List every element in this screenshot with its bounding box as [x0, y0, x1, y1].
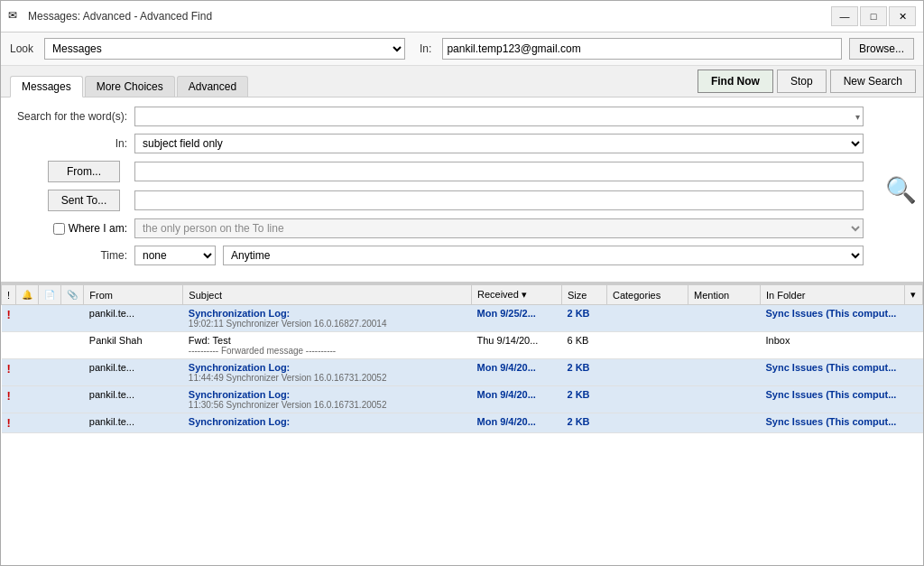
col-header-attach[interactable]: 📄	[39, 285, 61, 305]
cell-categories	[607, 386, 688, 413]
new-search-button[interactable]: New Search	[830, 70, 916, 93]
window-controls: — □ ✕	[831, 6, 916, 26]
where-select[interactable]: the only person on the To line	[134, 218, 864, 238]
cell-flag: !	[2, 359, 16, 386]
in-search-label: In:	[10, 137, 127, 150]
word-input[interactable]	[134, 107, 864, 126]
cell-attach	[39, 413, 61, 433]
cell-subject: Synchronization Log: 11:30:56 Synchroniz…	[183, 386, 472, 413]
cell-infolder: Sync Issues (This comput...	[761, 305, 905, 332]
cell-from: pankil.te...	[84, 359, 183, 386]
sent-to-input[interactable]	[134, 190, 864, 210]
cell-flag: !	[2, 305, 16, 332]
cell-subject: Synchronization Log: 19:02:11 Synchroniz…	[183, 305, 472, 332]
subject-main: Fwd: Test	[189, 335, 231, 346]
table-row[interactable]: ! pankil.te... Synchronization Log: 19:0…	[2, 305, 923, 332]
cell-size: 2 KB	[562, 413, 607, 433]
cell-mention	[688, 413, 761, 433]
where-row: Where I am: the only person on the To li…	[10, 218, 864, 238]
search-magnifier-icon: 🔍	[885, 175, 917, 205]
find-now-button[interactable]: Find Now	[698, 70, 773, 93]
cell-read	[16, 413, 39, 433]
cell-flag: !	[2, 413, 16, 433]
cell-infolder: Sync Issues (This comput...	[761, 413, 905, 433]
col-header-categories[interactable]: Categories	[607, 285, 688, 305]
cell-paperclip	[61, 386, 84, 413]
search-panel: Search for the word(s): ▾ In: subject fi…	[1, 97, 923, 283]
cell-read	[16, 332, 39, 359]
subject-sub: 19:02:11 Synchronizer Version 16.0.16827…	[189, 319, 467, 329]
col-header-mention[interactable]: Mention	[688, 285, 761, 305]
cell-received: Thu 9/14/20...	[472, 332, 562, 359]
tab-messages[interactable]: Messages	[10, 76, 83, 97]
col-header-infolder[interactable]: In Folder	[761, 285, 905, 305]
col-header-paperclip[interactable]: 📎	[61, 285, 84, 305]
cell-from: Pankil Shah	[84, 332, 183, 359]
cell-paperclip	[61, 359, 84, 386]
look-label: Look	[10, 42, 33, 55]
cell-attach	[39, 332, 61, 359]
sent-to-button[interactable]: Sent To...	[48, 190, 120, 211]
title-bar: ✉ Messages: Advanced - Advanced Find — □…	[1, 1, 923, 32]
advanced-find-window: ✉ Messages: Advanced - Advanced Find — □…	[0, 0, 924, 566]
from-button[interactable]: From...	[48, 161, 120, 182]
time-none-select[interactable]: none	[134, 246, 216, 265]
subject-sub: 11:44:49 Synchronizer Version 16.0.16731…	[189, 373, 467, 383]
close-button[interactable]: ✕	[889, 6, 916, 26]
table-row[interactable]: Pankil Shah Fwd: Test ---------- Forward…	[2, 332, 923, 359]
time-label: Time:	[10, 249, 127, 262]
col-header-subject[interactable]: Subject	[183, 285, 472, 305]
cell-flag: !	[2, 386, 16, 413]
maximize-button[interactable]: □	[860, 6, 887, 26]
look-select[interactable]: Messages	[44, 38, 405, 60]
where-checkbox[interactable]	[53, 223, 65, 235]
col-header-read[interactable]: 🔔	[16, 285, 39, 305]
cell-paperclip	[61, 413, 84, 433]
table-row[interactable]: ! pankil.te... Synchronization Log: 11:4…	[2, 359, 923, 386]
cell-mention	[688, 359, 761, 386]
cell-attach	[39, 386, 61, 413]
cell-size: 2 KB	[562, 386, 607, 413]
minimize-button[interactable]: —	[831, 6, 858, 26]
tab-more-choices[interactable]: More Choices	[85, 76, 175, 97]
cell-subject: Synchronization Log: 11:44:49 Synchroniz…	[183, 359, 472, 386]
results-body: ! pankil.te... Synchronization Log: 19:0…	[2, 305, 923, 433]
in-label: In:	[420, 42, 431, 55]
tab-advanced[interactable]: Advanced	[177, 76, 248, 97]
col-header-received[interactable]: Received ▾	[472, 285, 562, 305]
time-anytime-select[interactable]: Anytime	[223, 246, 864, 265]
col-header-from[interactable]: From	[84, 285, 183, 305]
sent-to-row: Sent To...	[10, 190, 864, 211]
results-table: ! 🔔 📄 📎 From Subject Received ▾ Size Cat…	[1, 284, 923, 433]
col-header-filter[interactable]: ▾	[905, 285, 923, 305]
cell-from: pankil.te...	[84, 386, 183, 413]
table-row[interactable]: ! pankil.te... Synchronization Log: 11:3…	[2, 386, 923, 413]
window-title: Messages: Advanced - Advanced Find	[28, 10, 826, 23]
tabs-row: Messages More Choices Advanced Find Now …	[1, 66, 923, 97]
cell-categories	[607, 413, 688, 433]
cell-received: Mon 9/4/20...	[472, 413, 562, 433]
app-icon: ✉	[8, 9, 23, 23]
cell-paperclip	[61, 332, 84, 359]
stop-button[interactable]: Stop	[777, 70, 827, 93]
col-header-size[interactable]: Size	[562, 285, 607, 305]
cell-size: 2 KB	[562, 359, 607, 386]
cell-infolder: Sync Issues (This comput...	[761, 359, 905, 386]
results-panel[interactable]: ! 🔔 📄 📎 From Subject Received ▾ Size Cat…	[1, 283, 923, 565]
col-header-flag[interactable]: !	[2, 285, 16, 305]
cell-mention	[688, 386, 761, 413]
cell-categories	[607, 359, 688, 386]
browse-button[interactable]: Browse...	[849, 38, 914, 60]
table-row[interactable]: ! pankil.te... Synchronization Log: Mon …	[2, 413, 923, 433]
from-input[interactable]	[134, 162, 864, 181]
cell-mention	[688, 332, 761, 359]
cell-infolder: Inbox	[761, 332, 905, 359]
cell-subject: Synchronization Log:	[183, 413, 472, 433]
look-toolbar: Look Messages In: Browse...	[1, 32, 923, 66]
in-search-select[interactable]: subject field only	[134, 134, 864, 153]
search-form: Search for the word(s): ▾ In: subject fi…	[1, 97, 878, 282]
word-dropdown-icon: ▾	[855, 112, 860, 122]
cell-read	[16, 386, 39, 413]
results-header: ! 🔔 📄 📎 From Subject Received ▾ Size Cat…	[2, 285, 923, 305]
mailbox-input[interactable]	[442, 38, 842, 60]
